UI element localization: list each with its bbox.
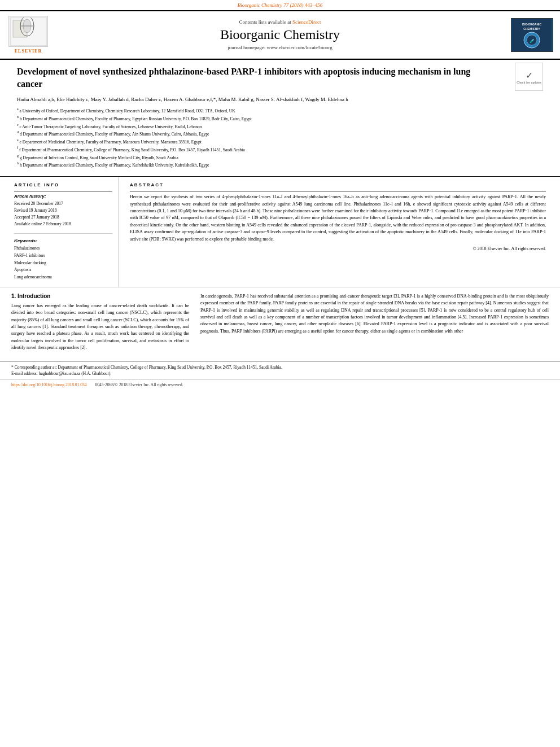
article-history: Article history: Received 20 December 20… [14,194,112,228]
article-info-title: ARTICLE INFO [14,182,112,187]
keywords-title: Keywords: [14,238,112,243]
article-title: Development of novel synthesized phthala… [17,65,515,91]
body-right-column: In carcinogenesis, PARP-1 has received s… [200,293,549,355]
elsevier-image [8,16,48,47]
footer: https://doi.org/10.1016/j.bioorg.2018.01… [0,379,560,390]
check-for-updates-badge: ✓ Check for updates [515,63,543,91]
affiliation-b: b b Department of Pharmaceutical Chemist… [17,115,543,122]
footnote-section: * Corresponding author at: Department of… [0,361,560,380]
keyword-4: Apoptosis [14,267,112,274]
footer-issn: 0045-2068/© 2018 Elsevier Inc. All right… [95,382,183,387]
affiliation-a: a a University of Oxford, Department of … [17,107,543,114]
article-info-column: ARTICLE INFO Article history: Received 2… [11,177,119,287]
copyright: © 2018 Elsevier Inc. All rights reserved… [130,246,546,251]
affiliation-c: c c Anti-Tumor Therapeutic Targeting Lab… [17,123,543,130]
keyword-5: Lung adenocarcinoma [14,274,112,281]
abstract-text: Herein we report the synthesis of two se… [130,194,546,243]
journal-homepage: journal homepage: www.elsevier.com/locat… [228,45,333,50]
abstract-column: ABSTRACT Herein we report the synthesis … [127,177,549,287]
affiliation-d: d d Department of Pharmaceutical Chemist… [17,130,543,137]
footnote-star: * Corresponding author at: Department of… [11,364,549,370]
elsevier-logo: ELSEVIER [6,16,51,54]
keyword-2: PARP-1 inhibitors [14,252,112,260]
available-date: Available online 7 February 2018 [14,221,112,228]
svg-text:BIO-ORGANIC: BIO-ORGANIC [522,23,542,26]
body-left-column: 1. Introduction Lung cancer has emerged … [11,293,189,355]
article-info-abstract-section: ARTICLE INFO Article history: Received 2… [0,177,560,287]
sciencedirect-label: Contents lists available at ScienceDirec… [239,19,321,25]
footnote-email: E-mail address: haghabbour@ksu.edu.sa (H… [11,370,549,377]
divider [14,191,112,191]
revised-date: Revised 19 January 2018 [14,207,112,214]
received-date: Received 20 December 2017 [14,200,112,207]
affiliation-e: e e Department of Medicinal Chemistry, F… [17,138,543,145]
svg-text:CHEMISTRY: CHEMISTRY [523,27,540,30]
keyword-3: Molecular docking [14,260,112,267]
journal-header: ELSEVIER Contents lists available at Sci… [0,10,560,59]
abstract-title: ABSTRACT [130,182,546,187]
journal-center: Contents lists available at ScienceDirec… [56,16,504,54]
article-title-section: Development of novel synthesized phthala… [0,59,560,177]
svg-text:🧪: 🧪 [530,38,535,43]
keywords-section: Keywords: Phthalazinones PARP-1 inhibito… [14,238,112,281]
affiliation-h: h h Department of Pharmaceutical Chemist… [17,161,543,168]
intro-left-text: Lung cancer has emerged as the leading c… [11,303,189,352]
bio-organic-logo: BIO-ORGANIC CHEMISTRY 🧪 [511,18,553,52]
footer-doi: https://doi.org/10.1016/j.bioorg.2018.01… [11,382,86,387]
divider-light [14,233,112,234]
journal-reference: Bioorganic Chemistry 77 (2018) 443–456 [0,0,560,10]
intro-heading: 1. Introduction [11,293,189,299]
elsevier-label: ELSEVIER [15,49,42,54]
history-label: Article history: [14,194,112,199]
journal-logo-right: BIO-ORGANIC CHEMISTRY 🧪 [509,16,554,54]
journal-title: Bioorganic Chemistry [220,27,340,42]
abstract-divider [130,191,546,191]
keyword-1: Phthalazinones [14,245,112,252]
affiliations: a a University of Oxford, Department of … [17,107,543,168]
affiliation-g: g g Department of Infection Control, Kin… [17,154,543,161]
body-section: 1. Introduction Lung cancer has emerged … [0,287,560,361]
accepted-date: Accepted 27 January 2018 [14,214,112,221]
intro-right-text: In carcinogenesis, PARP-1 has received s… [200,293,549,335]
authors: Hadia Almahli a,b, Elie Hadchity c, Maiy… [17,95,515,103]
affiliation-f: f f Department of Pharmaceutical Chemist… [17,146,543,153]
